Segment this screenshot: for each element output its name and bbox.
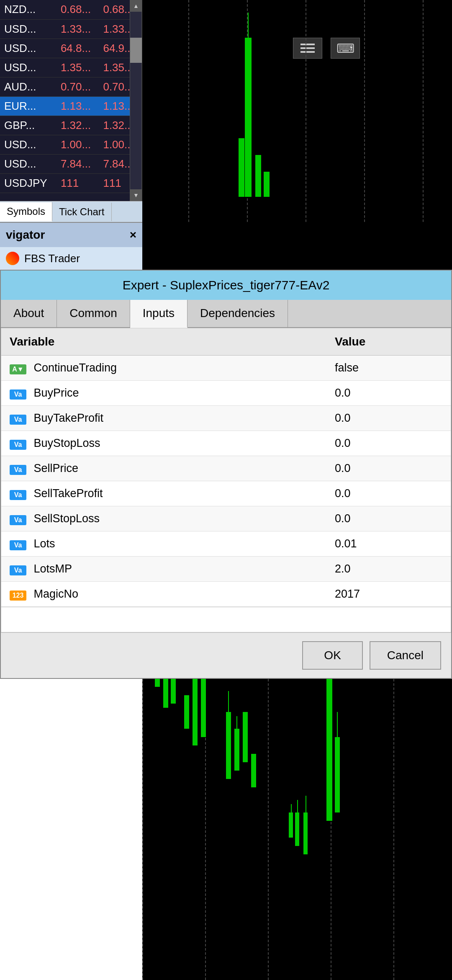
scroll-up-arrow[interactable]: ▲ <box>130 0 142 12</box>
input-row-8[interactable]: Va LotsMP 2.0 <box>1 557 451 582</box>
symbol-row-3[interactable]: USD... 1.35... 1.35... <box>0 58 141 77</box>
input-value[interactable]: 2.0 <box>326 557 451 582</box>
navigator-close-button[interactable]: × <box>130 228 136 242</box>
chart-top-area: NZD... 0.68... 0.68... USD... 1.33... 1.… <box>0 0 452 226</box>
col-variable: Variable <box>1 328 326 356</box>
symbol-bid: 64.8... <box>56 39 99 58</box>
input-row-6[interactable]: Va SellStopLoss 0.0 <box>1 506 451 531</box>
symbol-row-7[interactable]: USD... 1.00... 1.00... <box>0 135 141 154</box>
tab-dependencies[interactable]: Dependencies <box>187 300 288 327</box>
tab-symbols[interactable]: Symbols <box>0 202 52 222</box>
input-value[interactable]: 0.0 <box>326 431 451 456</box>
symbol-row-6[interactable]: GBP... 1.32... 1.32... <box>0 116 141 135</box>
symbol-bid: 1.32... <box>56 116 99 135</box>
dashed-line-4 <box>364 0 365 222</box>
expert-dialog: Expert - SuplexPrices_tiger777-EAv2 Abou… <box>0 270 452 679</box>
tab-common[interactable]: Common <box>57 300 130 327</box>
symbol-row-4[interactable]: AUD... 0.70... 0.70... <box>0 77 141 96</box>
keyboard-button[interactable]: ⌨ <box>331 38 360 59</box>
inputs-content: Variable Value A▼ ContinueTrading false … <box>1 328 451 607</box>
symbol-bid: 1.13... <box>56 96 99 116</box>
symbol-name: USD... <box>0 135 56 154</box>
input-variable: Va BuyTakeProfit <box>1 406 326 431</box>
input-row-4[interactable]: Va SellPrice 0.0 <box>1 456 451 481</box>
input-row-5[interactable]: Va SellTakeProfit 0.0 <box>1 481 451 506</box>
symbol-row-2[interactable]: USD... 64.8... 64.9... <box>0 39 141 58</box>
expert-footer: OK Cancel <box>1 632 451 678</box>
tab-tick-chart[interactable]: Tick Chart <box>52 203 111 221</box>
input-row-7[interactable]: Va Lots 0.01 <box>1 531 451 557</box>
input-value[interactable]: false <box>326 356 451 381</box>
b-candle-12 <box>335 737 340 812</box>
b-wick-13 <box>291 804 292 812</box>
b-candle-7 <box>184 695 189 729</box>
b-candle-11 <box>251 754 256 787</box>
b-candle-9 <box>234 729 239 771</box>
navigator-panel: vigator × <box>0 222 142 247</box>
symbol-row-1[interactable]: USD... 1.33... 1.33... <box>0 19 141 39</box>
input-row-3[interactable]: Va BuyStopLoss 0.0 <box>1 431 451 456</box>
input-value[interactable]: 0.01 <box>326 531 451 557</box>
expert-title: Expert - SuplexPrices_tiger777-EAv2 <box>123 278 330 292</box>
b-wick-12 <box>337 712 338 737</box>
input-value[interactable]: 0.0 <box>326 481 451 506</box>
symbol-row-5[interactable]: EUR... 1.13... 1.13... <box>0 96 141 116</box>
toolbar: ⌨ <box>285 34 452 63</box>
scroll-down-arrow[interactable]: ▼ <box>130 189 142 201</box>
symbol-row-8[interactable]: USD... 7.84... 7.84... <box>0 154 141 173</box>
symbols-scrollbar[interactable]: ▲ ▼ <box>130 0 141 201</box>
fbs-trader-item[interactable]: FBS Trader <box>0 247 142 270</box>
input-value[interactable]: 0.0 <box>326 406 451 431</box>
scroll-thumb[interactable] <box>130 38 142 63</box>
input-row-2[interactable]: Va BuyTakeProfit 0.0 <box>1 406 451 431</box>
input-value[interactable]: 0.0 <box>326 506 451 531</box>
b-wick-9 <box>236 716 237 729</box>
symbol-name: USDJPY <box>0 173 56 193</box>
var-icon-2: Va <box>10 415 26 425</box>
input-variable: Va SellPrice <box>1 456 326 481</box>
symbol-name: AUD... <box>0 77 56 96</box>
hamburger-icon <box>300 44 315 53</box>
navigator-title: vigator <box>6 228 45 242</box>
symbol-name: USD... <box>0 39 56 58</box>
inputs-table: Variable Value A▼ ContinueTrading false … <box>1 328 451 607</box>
ok-button[interactable]: OK <box>302 641 362 670</box>
col-value: Value <box>326 328 451 356</box>
input-row-0[interactable]: A▼ ContinueTrading false <box>1 356 451 381</box>
symbol-row-9[interactable]: USDJPY 111 111 <box>0 173 141 193</box>
input-row-1[interactable]: Va BuyPrice 0.0 <box>1 381 451 406</box>
candle-main <box>245 38 252 197</box>
input-variable: Va BuyPrice <box>1 381 326 406</box>
b-candle-10 <box>243 712 248 762</box>
fbs-label: FBS Trader <box>24 252 80 265</box>
symbol-name: GBP... <box>0 116 56 135</box>
b-wick-15 <box>306 796 306 812</box>
b-candle-13 <box>289 812 293 838</box>
chart-area-top: ⌨ <box>142 0 452 222</box>
input-value[interactable]: 0.0 <box>326 456 451 481</box>
symbol-bid: 0.70... <box>56 77 99 96</box>
input-value[interactable]: 2017 <box>326 582 451 607</box>
symbol-name: USD... <box>0 154 56 173</box>
candle-2 <box>239 138 244 197</box>
symbol-row-0[interactable]: NZD... 0.68... 0.68... <box>0 0 141 19</box>
dashed-line-5 <box>423 0 424 222</box>
cancel-button[interactable]: Cancel <box>370 641 441 670</box>
expert-tabs: About Common Inputs Dependencies <box>1 300 451 328</box>
dashed-line-3 <box>306 0 306 222</box>
tab-about[interactable]: About <box>1 300 57 327</box>
wick-main-top <box>248 13 249 38</box>
candle-4 <box>264 172 270 197</box>
symbol-bid: 0.68... <box>56 0 99 19</box>
inputs-empty-space <box>1 607 451 632</box>
var-icon-6: Va <box>10 515 26 525</box>
fbs-icon <box>6 252 19 265</box>
input-value[interactable]: 0.0 <box>326 381 451 406</box>
b-candle-15 <box>303 812 308 854</box>
input-variable: Va LotsMP <box>1 557 326 582</box>
input-variable: Va BuyStopLoss <box>1 431 326 456</box>
input-row-9[interactable]: 123 MagicNo 2017 <box>1 582 451 607</box>
tab-inputs[interactable]: Inputs <box>130 300 187 328</box>
input-variable: Va SellTakeProfit <box>1 481 326 506</box>
menu-button[interactable] <box>293 38 322 59</box>
